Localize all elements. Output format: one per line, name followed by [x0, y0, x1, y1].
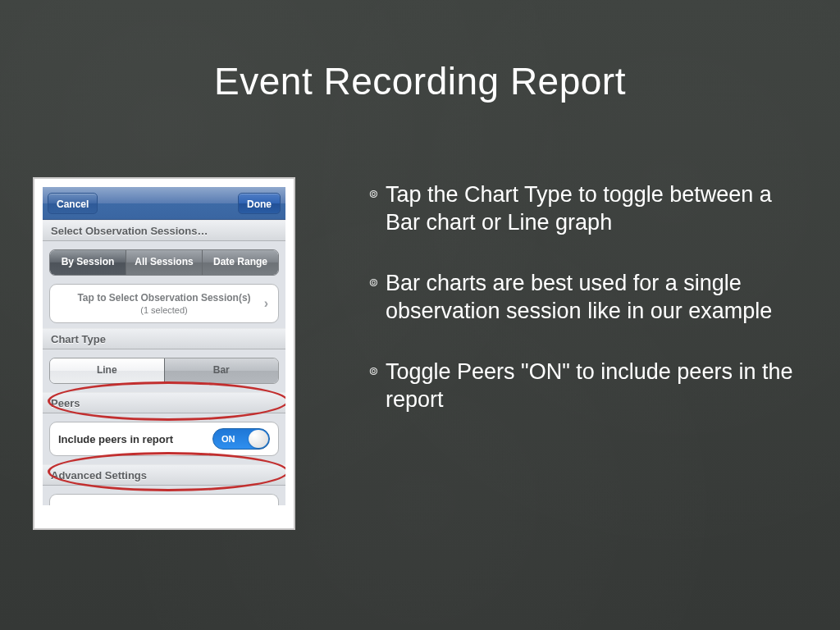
- peers-row: Include peers in report ON: [49, 422, 279, 456]
- bullet-3: ๏ Toggle Peers "ON" to include peers in …: [369, 358, 807, 413]
- select-session-cell[interactable]: Tap to Select Observation Session(s) (1 …: [49, 284, 279, 323]
- slide-content: Cancel Done Select Observation Sessions……: [0, 177, 840, 530]
- chevron-right-icon: ›: [264, 296, 268, 311]
- slide-title: Event Recording Report: [0, 59, 840, 103]
- chart-type-group: Line Bar: [43, 349, 285, 392]
- section-header-select: Select Observation Sessions…: [43, 220, 285, 241]
- advanced-cell-partial: [49, 494, 279, 505]
- peers-label: Include peers in report: [58, 433, 173, 445]
- bullet-3-text: Toggle Peers "ON" to include peers in th…: [386, 358, 807, 413]
- peers-switch-label: ON: [221, 434, 235, 444]
- seg-all-sessions[interactable]: All Sessions: [126, 250, 203, 275]
- bullet-icon: ๏: [369, 269, 386, 325]
- peers-switch[interactable]: ON: [212, 428, 270, 450]
- bullet-icon: ๏: [369, 358, 386, 413]
- session-mode-segmented[interactable]: By Session All Sessions Date Range: [49, 249, 279, 276]
- select-session-label: Tap to Select Observation Session(s): [77, 292, 250, 304]
- section-header-peers: Peers: [43, 392, 285, 413]
- chart-type-segmented[interactable]: Line Bar: [49, 358, 279, 384]
- advanced-group: [43, 486, 285, 505]
- seg-line[interactable]: Line: [50, 358, 165, 383]
- seg-date-range[interactable]: Date Range: [203, 250, 278, 275]
- section-header-advanced: Advanced Settings: [43, 464, 285, 486]
- done-button[interactable]: Done: [238, 193, 281, 214]
- peers-group: Include peers in report ON: [43, 413, 285, 464]
- select-session-count: (1 selected): [140, 305, 187, 315]
- phone-screenshot: Cancel Done Select Observation Sessions……: [33, 177, 295, 530]
- seg-bar[interactable]: Bar: [165, 358, 279, 383]
- bullet-1-text: Tap the Chart Type to toggle between a B…: [386, 180, 807, 236]
- bullet-2-text: Bar charts are best used for a single ob…: [386, 269, 807, 325]
- seg-by-session[interactable]: By Session: [50, 250, 126, 275]
- section-header-chart-type: Chart Type: [43, 328, 285, 349]
- bullet-list: ๏ Tap the Chart Type to toggle between a…: [295, 177, 807, 530]
- toolbar: Cancel Done: [43, 187, 285, 220]
- bullet-1: ๏ Tap the Chart Type to toggle between a…: [369, 180, 807, 236]
- cancel-button[interactable]: Cancel: [48, 193, 98, 214]
- switch-knob-icon: [249, 430, 268, 448]
- bullet-2: ๏ Bar charts are best used for a single …: [369, 269, 807, 325]
- phone-inner: Cancel Done Select Observation Sessions……: [43, 187, 285, 520]
- bullet-icon: ๏: [369, 180, 386, 236]
- sessions-group: By Session All Sessions Date Range Tap t…: [43, 241, 285, 328]
